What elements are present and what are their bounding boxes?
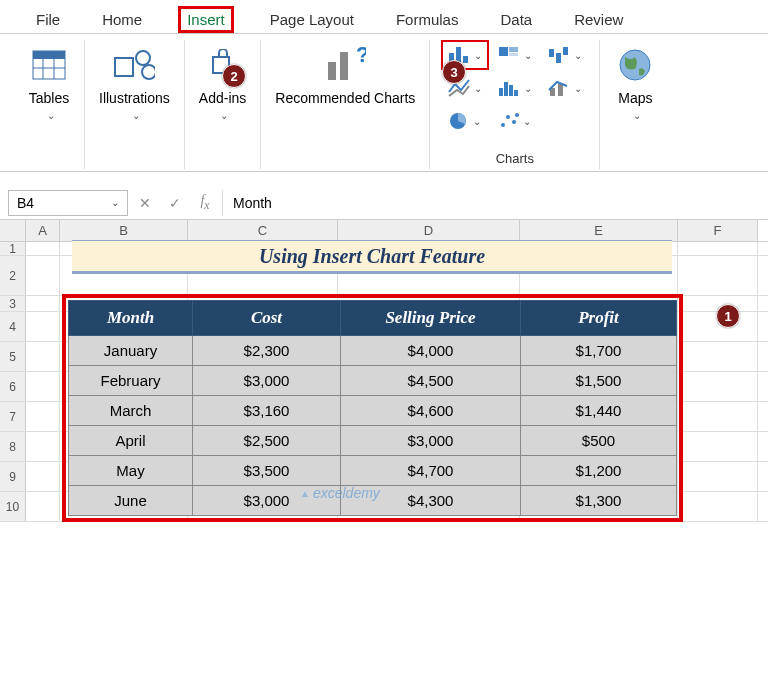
tab-insert[interactable]: Insert bbox=[178, 6, 234, 33]
charts-group-label: Charts bbox=[496, 151, 534, 169]
cell[interactable]: June bbox=[69, 486, 193, 516]
formula-value: Month bbox=[233, 195, 272, 211]
col-header-C[interactable]: C bbox=[188, 220, 338, 241]
cell[interactable]: $4,600 bbox=[341, 396, 521, 426]
name-box-value: B4 bbox=[17, 195, 34, 211]
spreadsheet: A B C D E F 1 2 3 4 5 6 7 8 9 10 Using I… bbox=[0, 220, 768, 522]
col-header-D[interactable]: D bbox=[338, 220, 520, 241]
pie-chart-icon bbox=[448, 111, 470, 131]
cell[interactable]: $3,000 bbox=[341, 426, 521, 456]
tab-home[interactable]: Home bbox=[96, 7, 148, 32]
cell[interactable]: $500 bbox=[521, 426, 677, 456]
cell[interactable]: $2,500 bbox=[193, 426, 341, 456]
row-header[interactable]: 10 bbox=[0, 492, 26, 521]
header-month[interactable]: Month bbox=[69, 301, 193, 336]
svg-rect-18 bbox=[556, 53, 561, 63]
formula-input[interactable]: Month bbox=[222, 190, 760, 216]
addins-label: Add-ins bbox=[199, 90, 246, 106]
insert-function-button[interactable]: fx bbox=[192, 190, 218, 216]
cell[interactable]: $1,700 bbox=[521, 336, 677, 366]
cell[interactable]: $4,700 bbox=[341, 456, 521, 486]
group-tables: Tables ⌄ bbox=[14, 40, 85, 169]
cell[interactable]: $2,300 bbox=[193, 336, 341, 366]
table-row: April$2,500$3,000$500 bbox=[69, 426, 677, 456]
cell[interactable]: $4,300 bbox=[341, 486, 521, 516]
col-header-B[interactable]: B bbox=[60, 220, 188, 241]
enter-formula-button[interactable]: ✓ bbox=[162, 190, 188, 216]
illustrations-button[interactable]: Illustrations ⌄ bbox=[95, 40, 174, 125]
table-icon bbox=[28, 44, 70, 86]
col-header-F[interactable]: F bbox=[678, 220, 758, 241]
data-table: Month Cost Selling Price Profit January$… bbox=[68, 300, 677, 516]
svg-rect-1 bbox=[33, 51, 65, 59]
histogram-icon bbox=[497, 78, 521, 98]
ribbon-tabs: File Home Insert Page Layout Formulas Da… bbox=[0, 0, 768, 34]
row-header[interactable]: 6 bbox=[0, 372, 26, 401]
chevron-down-icon: ⌄ bbox=[220, 110, 228, 121]
page-title-banner: Using Insert Chart Feature bbox=[72, 240, 672, 274]
combo-chart-button[interactable]: ⌄ bbox=[541, 73, 589, 103]
tab-page-layout[interactable]: Page Layout bbox=[264, 7, 360, 32]
row-header[interactable]: 2 bbox=[0, 256, 26, 295]
cell[interactable]: $3,000 bbox=[193, 366, 341, 396]
col-header-A[interactable]: A bbox=[26, 220, 60, 241]
cell[interactable]: March bbox=[69, 396, 193, 426]
cell[interactable]: April bbox=[69, 426, 193, 456]
cell[interactable]: $4,000 bbox=[341, 336, 521, 366]
recommended-charts-button[interactable]: ? Recommended Charts bbox=[271, 40, 419, 110]
select-all-corner[interactable] bbox=[0, 220, 26, 241]
header-profit[interactable]: Profit bbox=[521, 301, 677, 336]
cell[interactable]: $3,000 bbox=[193, 486, 341, 516]
svg-point-6 bbox=[136, 51, 150, 65]
selected-range[interactable]: Month Cost Selling Price Profit January$… bbox=[62, 294, 683, 522]
row-header[interactable]: 3 bbox=[0, 296, 26, 311]
row-header[interactable]: 1 bbox=[0, 242, 26, 255]
check-icon: ✓ bbox=[169, 195, 181, 211]
callout-badge-3: 3 bbox=[442, 60, 466, 84]
tab-data[interactable]: Data bbox=[494, 7, 538, 32]
cell[interactable]: $1,200 bbox=[521, 456, 677, 486]
svg-rect-5 bbox=[115, 58, 133, 76]
svg-rect-22 bbox=[509, 85, 513, 96]
cell[interactable]: May bbox=[69, 456, 193, 486]
cell[interactable]: $1,500 bbox=[521, 366, 677, 396]
tables-button[interactable]: Tables ⌄ bbox=[24, 40, 74, 125]
cell[interactable]: $1,440 bbox=[521, 396, 677, 426]
shapes-icon bbox=[113, 44, 155, 86]
cancel-formula-button[interactable]: ✕ bbox=[132, 190, 158, 216]
callout-badge-1: 1 bbox=[716, 304, 740, 328]
hierarchy-chart-icon bbox=[497, 45, 521, 65]
table-row: January$2,300$4,000$1,700 bbox=[69, 336, 677, 366]
cell[interactable]: January bbox=[69, 336, 193, 366]
row-header[interactable]: 7 bbox=[0, 402, 26, 431]
svg-rect-8 bbox=[328, 62, 336, 80]
cell[interactable]: February bbox=[69, 366, 193, 396]
row-header[interactable]: 4 bbox=[0, 312, 26, 341]
waterfall-chart-button[interactable]: ⌄ bbox=[541, 40, 589, 70]
row-header[interactable]: 9 bbox=[0, 462, 26, 491]
bar-chart-button[interactable]: ⌄ bbox=[491, 40, 539, 70]
tables-label: Tables bbox=[29, 90, 69, 106]
tab-formulas[interactable]: Formulas bbox=[390, 7, 465, 32]
row-header[interactable]: 8 bbox=[0, 432, 26, 461]
tab-review[interactable]: Review bbox=[568, 7, 629, 32]
tab-file[interactable]: File bbox=[30, 7, 66, 32]
chevron-down-icon: ⌄ bbox=[132, 110, 140, 121]
cell[interactable]: $4,500 bbox=[341, 366, 521, 396]
cell[interactable]: $3,160 bbox=[193, 396, 341, 426]
waterfall-chart-icon bbox=[547, 45, 571, 65]
pie-chart-button[interactable]: ⌄ bbox=[441, 106, 489, 136]
statistic-chart-button[interactable]: ⌄ bbox=[491, 73, 539, 103]
maps-label: Maps bbox=[618, 90, 652, 106]
chevron-down-icon: ⌄ bbox=[111, 197, 119, 208]
scatter-chart-button[interactable]: ⌄ bbox=[491, 106, 539, 136]
header-price[interactable]: Selling Price bbox=[341, 301, 521, 336]
cell[interactable]: $1,300 bbox=[521, 486, 677, 516]
cell[interactable]: $3,500 bbox=[193, 456, 341, 486]
header-cost[interactable]: Cost bbox=[193, 301, 341, 336]
maps-button[interactable]: Maps ⌄ bbox=[610, 40, 660, 125]
col-header-E[interactable]: E bbox=[520, 220, 678, 241]
row-header[interactable]: 5 bbox=[0, 342, 26, 371]
svg-point-29 bbox=[512, 120, 516, 124]
name-box[interactable]: B4 ⌄ bbox=[8, 190, 128, 216]
